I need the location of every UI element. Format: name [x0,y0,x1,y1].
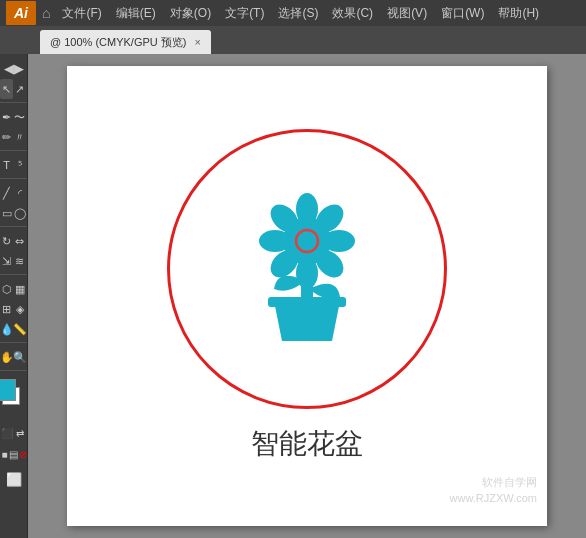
color-swatch-area [0,379,26,411]
reset-colors-button[interactable]: ⬛ [0,423,13,443]
pen-tool[interactable]: ✒ [0,107,13,127]
ellipse-tool[interactable]: ◯ [13,203,26,223]
tab-bar: @ 100% (CMYK/GPU 预览) × [0,26,586,54]
measure-tool[interactable]: 📏 [13,319,26,339]
rect-tool[interactable]: ▭ [0,203,13,223]
svg-rect-10 [301,264,313,299]
menu-text[interactable]: 文字(T) [219,3,270,24]
watermark-line2: www.RJZXW.com [450,491,537,506]
tab-label: @ 100% (CMYK/GPU 预览) [50,35,186,50]
select-tool[interactable]: ↖ [0,79,13,99]
menu-effect[interactable]: 效果(C) [326,3,379,24]
paintbucket-tool[interactable]: ⬡ [0,279,13,299]
none-fill-button[interactable]: ⊘ [18,444,27,464]
color-controls: ⬛ ⇄ [0,423,27,443]
type-tool[interactable]: T [0,155,13,175]
menu-help[interactable]: 帮助(H) [492,3,545,24]
vertical-type-tool[interactable]: ⁵ [13,155,26,175]
transform-tool-group: ↻ ⇔ ⇲ ≋ [0,231,27,275]
type-tool-group: T ⁵ [0,155,27,179]
curvature-tool[interactable]: 〜 [13,107,26,127]
eyedropper-tool[interactable]: 💧 [0,319,13,339]
direct-select-tool[interactable]: ↗ [13,79,26,99]
menu-edit[interactable]: 编辑(E) [110,3,162,24]
swap-colors-button[interactable]: ⇄ [13,423,26,443]
artwork-container: 智能花盆 [167,129,447,463]
foreground-color[interactable] [0,379,16,401]
watermark-line1: 软件自学网 [450,475,537,490]
blend-tool[interactable]: ◈ [13,299,26,319]
line-tool[interactable]: ╱ [0,183,13,203]
shape-tool-group: ╱ ◜ ▭ ◯ [0,183,27,227]
canvas-page: 智能花盆 软件自学网 www.RJZXW.com [67,66,547,526]
left-toolbar: ◀▶ ↖ ↗ ✒ 〜 ✏ 〃 T ⁵ [0,54,28,538]
fill-none-controls: ■ ▤ ⊘ [0,444,27,464]
view-tool-group: ✋ 🔍 [0,347,27,371]
warp-tool[interactable]: ≋ [13,251,26,271]
paint-tool-group: ⬡ ▦ ⊞ ◈ 💧 📏 [0,279,27,343]
solid-fill-button[interactable]: ■ [0,444,9,464]
arc-tool[interactable]: ◜ [13,183,26,203]
gradient-tool[interactable]: ▦ [13,279,26,299]
watermark: 软件自学网 www.RJZXW.com [450,475,537,506]
flower-pot-svg [222,169,392,369]
scale-tool[interactable]: ⇲ [0,251,13,271]
toolbar-collapse-button[interactable]: ◀▶ [1,58,27,78]
menu-select[interactable]: 选择(S) [272,3,324,24]
reflect-tool[interactable]: ⇔ [13,231,26,251]
canvas-area[interactable]: 智能花盆 软件自学网 www.RJZXW.com [28,54,586,538]
pencil-tool[interactable]: ✏ [0,127,13,147]
svg-rect-11 [268,297,346,307]
artboard-button[interactable]: ⬜ [1,469,27,489]
artwork-label: 智能花盆 [251,425,363,463]
smooth-tool[interactable]: 〃 [13,127,26,147]
circle-border [167,129,447,409]
document-tab[interactable]: @ 100% (CMYK/GPU 预览) × [40,30,211,54]
mesh-tool[interactable]: ⊞ [0,299,13,319]
menu-file[interactable]: 文件(F) [56,3,107,24]
home-icon[interactable]: ⌂ [42,5,50,21]
menu-window[interactable]: 窗口(W) [435,3,490,24]
tab-close-button[interactable]: × [194,36,200,48]
title-bar: Ai ⌂ 文件(F) 编辑(E) 对象(O) 文字(T) 选择(S) 效果(C)… [0,0,586,26]
main-area: ◀▶ ↖ ↗ ✒ 〜 ✏ 〃 T ⁵ [0,54,586,538]
menu-object[interactable]: 对象(O) [164,3,217,24]
hand-tool[interactable]: ✋ [0,347,13,367]
draw-tool-group: ✒ 〜 ✏ 〃 [0,107,27,151]
menu-bar: 文件(F) 编辑(E) 对象(O) 文字(T) 选择(S) 效果(C) 视图(V… [56,3,580,24]
menu-view[interactable]: 视图(V) [381,3,433,24]
app-logo: Ai [6,1,36,25]
zoom-tool[interactable]: 🔍 [13,347,26,367]
gradient-fill-button[interactable]: ▤ [9,444,18,464]
rotate-tool[interactable]: ↻ [0,231,13,251]
selection-tool-group: ↖ ↗ [0,79,27,103]
svg-point-8 [283,217,331,265]
